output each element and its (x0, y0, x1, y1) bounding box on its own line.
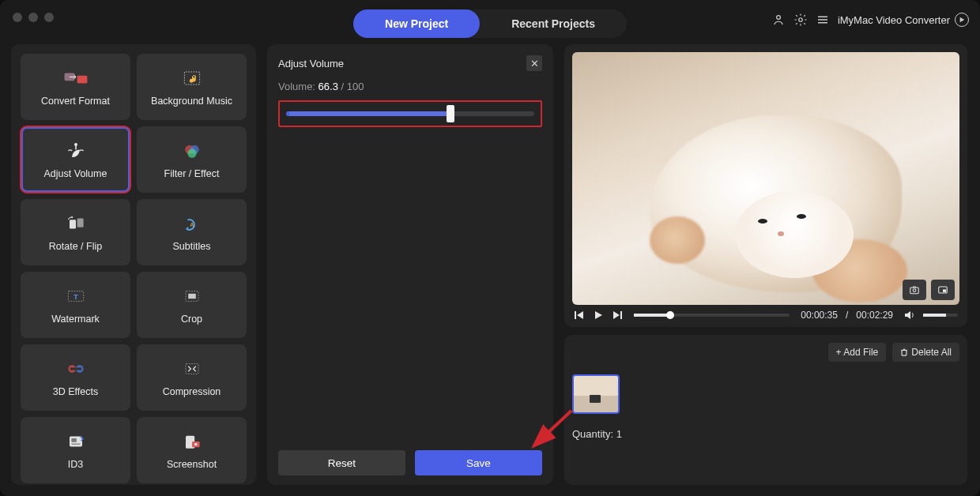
adjust-volume-panel: Adjust Volume ✕ Volume: 66.3 / 100 Reset… (267, 44, 553, 485)
queue-thumbnail[interactable] (572, 374, 620, 414)
player-controls: 00:00:35 / 00:02:29 (572, 305, 959, 322)
rotate-flip-icon (62, 212, 90, 235)
svg-text:A: A (190, 221, 194, 228)
panel-close-button[interactable]: ✕ (526, 55, 542, 71)
account-icon[interactable] (771, 13, 786, 27)
3d-effects-icon (62, 358, 90, 380)
time-duration: 00:02:29 (856, 310, 893, 321)
volume-readout: Volume: 66.3 / 100 (278, 81, 542, 92)
quantity-value: 1 (616, 428, 622, 440)
time-current: 00:00:35 (801, 310, 838, 321)
menu-icon[interactable] (816, 13, 830, 27)
play-button[interactable] (593, 310, 604, 321)
tool-label: Rotate / Flip (49, 241, 102, 252)
svg-rect-41 (620, 311, 622, 319)
tool-label: ID3 (68, 459, 83, 470)
svg-rect-43 (902, 351, 906, 356)
add-file-button[interactable]: + Add File (828, 343, 887, 362)
svg-rect-7 (77, 76, 87, 84)
app-brand: iMyMac Video Converter (838, 13, 969, 27)
svg-marker-5 (960, 17, 965, 22)
tab-recent-projects[interactable]: Recent Projects (480, 9, 627, 38)
tool-watermark[interactable]: T Watermark (21, 272, 130, 338)
convert-format-icon (62, 67, 90, 89)
adjust-volume-icon (62, 140, 90, 162)
playback-volume-slider[interactable] (923, 314, 958, 317)
svg-rect-26 (186, 364, 198, 374)
volume-icon[interactable] (904, 310, 915, 321)
subtitles-icon: A (178, 212, 206, 235)
tool-grid: Convert Format Background Music Adjust V… (11, 44, 256, 485)
screenshot-icon (178, 430, 206, 453)
prev-frame-button[interactable] (574, 310, 585, 321)
compression-icon (178, 358, 206, 380)
save-button[interactable]: Save (415, 450, 542, 475)
file-queue: + Add File Delete All Quantity: 1 (564, 335, 967, 485)
snapshot-button[interactable] (903, 280, 926, 300)
id3-icon (62, 430, 90, 453)
svg-point-13 (187, 149, 196, 158)
svg-rect-14 (70, 220, 76, 228)
tool-crop[interactable]: Crop (137, 272, 247, 338)
tool-label: Watermark (51, 314, 100, 325)
tab-new-project[interactable]: New Project (353, 9, 480, 38)
project-tabset: New Project Recent Projects (353, 9, 627, 38)
svg-rect-15 (77, 219, 83, 227)
watermark-icon: T (62, 285, 90, 307)
svg-marker-42 (905, 311, 910, 319)
next-frame-button[interactable] (612, 310, 623, 321)
svg-point-34 (913, 289, 916, 292)
tool-screenshot[interactable]: Screenshot (137, 417, 247, 483)
svg-marker-40 (613, 311, 620, 319)
quantity-label: Quantity: (572, 428, 616, 440)
fullscreen-button[interactable] (931, 280, 955, 300)
app-name: iMyMac Video Converter (838, 14, 950, 26)
svg-rect-28 (71, 438, 76, 442)
tool-3d-effects[interactable]: 3D Effects (21, 344, 130, 411)
volume-slider[interactable] (286, 111, 534, 116)
tool-label: Adjust Volume (44, 168, 107, 179)
panel-title: Adjust Volume (278, 58, 344, 70)
tool-label: Convert Format (41, 96, 110, 107)
tool-label: Screenshot (167, 459, 217, 470)
tool-convert-format[interactable]: Convert Format (21, 54, 130, 120)
tool-adjust-volume[interactable]: Adjust Volume (21, 126, 130, 193)
tool-filter-effect[interactable]: Filter / Effect (137, 126, 247, 193)
background-music-icon (178, 67, 206, 89)
svg-point-1 (799, 18, 803, 22)
tool-label: Crop (181, 314, 202, 325)
svg-point-32 (194, 443, 197, 445)
delete-all-button[interactable]: Delete All (892, 343, 959, 362)
svg-marker-38 (577, 311, 583, 319)
progress-slider[interactable] (634, 314, 790, 317)
tool-compression[interactable]: Compression (137, 344, 247, 411)
gear-icon[interactable] (793, 13, 808, 27)
crop-icon (178, 285, 206, 307)
tool-label: Subtitles (173, 241, 211, 252)
svg-rect-36 (943, 289, 946, 292)
svg-text:T: T (74, 292, 78, 301)
video-preview[interactable] (572, 52, 959, 305)
preview-pane: 00:00:35 / 00:02:29 (564, 44, 967, 327)
tool-label: 3D Effects (53, 386, 98, 397)
tool-id3[interactable]: ID3 (21, 417, 130, 483)
filter-effect-icon (178, 140, 206, 162)
play-badge-icon (955, 13, 969, 27)
tool-subtitles[interactable]: A Subtitles (137, 199, 247, 265)
tool-background-music[interactable]: Background Music (137, 54, 247, 120)
tool-label: Compression (163, 386, 221, 397)
tool-label: Background Music (151, 96, 232, 107)
reset-button[interactable]: Reset (278, 450, 405, 475)
svg-marker-39 (595, 311, 602, 319)
svg-rect-37 (575, 311, 576, 319)
svg-rect-25 (70, 367, 81, 370)
tool-label: Filter / Effect (164, 168, 220, 179)
svg-point-10 (74, 143, 77, 146)
tool-rotate-flip[interactable]: Rotate / Flip (21, 199, 130, 265)
svg-point-0 (777, 16, 781, 20)
svg-rect-22 (188, 294, 196, 299)
